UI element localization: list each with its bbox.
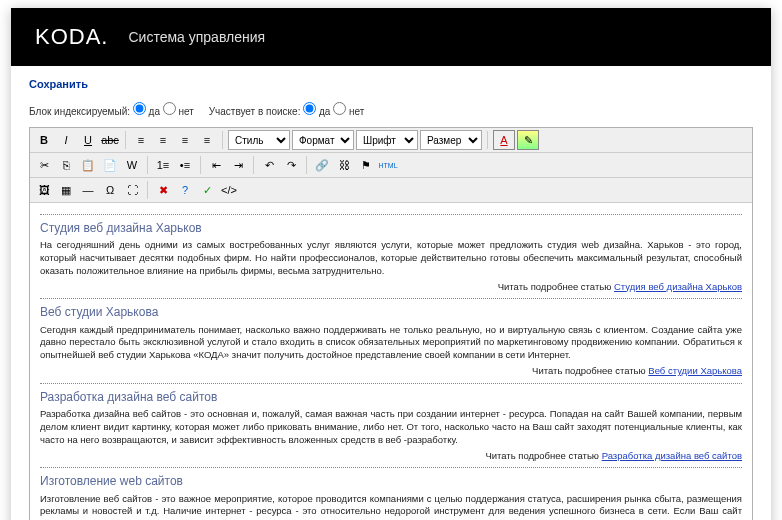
outdent-button[interactable]: ⇤ — [206, 155, 226, 175]
search-no-radio[interactable] — [333, 102, 346, 115]
check-button[interactable]: ✓ — [197, 180, 217, 200]
article: Веб студии Харькова Сегодня каждый предп… — [40, 304, 742, 377]
italic-button[interactable]: I — [56, 130, 76, 150]
article-title: Веб студии Харькова — [40, 304, 742, 320]
align-left-button[interactable]: ≡ — [131, 130, 151, 150]
align-justify-button[interactable]: ≡ — [197, 130, 217, 150]
article-text: Сегодня каждый предприниматель понимает,… — [40, 324, 742, 362]
search-yes-label: да — [319, 106, 330, 117]
hr-button[interactable]: — — [78, 180, 98, 200]
header-subtitle: Система управления — [128, 29, 265, 45]
article-text: Разработка дизайна веб сайтов - это осно… — [40, 408, 742, 446]
help-button[interactable]: ? — [175, 180, 195, 200]
read-more-link[interactable]: Разработка дизайна веб сайтов — [602, 450, 742, 461]
indexable-no-radio[interactable] — [163, 102, 176, 115]
editor-content[interactable]: Студия веб дизайна Харьков На сегодняшни… — [30, 203, 752, 520]
wysiwyg-editor: B I U abc ≡ ≡ ≡ ≡ Стиль Формат Шрифт Раз… — [29, 127, 753, 520]
toolbar-row-3: 🖼 ▦ — Ω ⛶ ✖ ? ✓ </> — [30, 178, 752, 203]
anchor-button[interactable]: ⚑ — [356, 155, 376, 175]
read-more-label: Читать подробнее статью — [485, 450, 599, 461]
special-char-button[interactable]: Ω — [100, 180, 120, 200]
redo-button[interactable]: ↷ — [281, 155, 301, 175]
indexable-label: Блок индексируемый: — [29, 106, 130, 117]
article: Изготовление web сайтов Изготовление веб… — [40, 473, 742, 520]
article-text: Изготовление веб сайтов - это важное мер… — [40, 493, 742, 521]
app-header: KODA. Система управления — [11, 8, 771, 66]
read-more-label: Читать подробнее статью — [532, 365, 646, 376]
strike-button[interactable]: abc — [100, 130, 120, 150]
size-select[interactable]: Размер — [420, 130, 482, 150]
align-right-button[interactable]: ≡ — [175, 130, 195, 150]
article: Студия веб дизайна Харьков На сегодняшни… — [40, 220, 742, 293]
article: Разработка дизайна веб сайтов Разработка… — [40, 389, 742, 462]
article-title: Студия веб дизайна Харьков — [40, 220, 742, 236]
save-button[interactable]: Сохранить — [29, 78, 88, 90]
format-select[interactable]: Формат — [292, 130, 354, 150]
indent-button[interactable]: ⇥ — [228, 155, 248, 175]
bold-button[interactable]: B — [34, 130, 54, 150]
paste-button[interactable]: 📋 — [78, 155, 98, 175]
indexable-yes-radio[interactable] — [133, 102, 146, 115]
article-title: Разработка дизайна веб сайтов — [40, 389, 742, 405]
font-select[interactable]: Шрифт — [356, 130, 418, 150]
logo: KODA. — [35, 24, 108, 50]
paste-text-button[interactable]: 📄 — [100, 155, 120, 175]
read-more-link[interactable]: Веб студии Харькова — [648, 365, 742, 376]
table-button[interactable]: ▦ — [56, 180, 76, 200]
indexable-yes-label: да — [149, 106, 160, 117]
read-more-label: Читать подробнее статью — [498, 281, 612, 292]
article-text: На сегодняшний день одними из самых вост… — [40, 239, 742, 277]
remove-format-button[interactable]: ✖ — [153, 180, 173, 200]
align-center-button[interactable]: ≡ — [153, 130, 173, 150]
search-label: Участвует в поиске: — [209, 106, 301, 117]
options-row: Блок индексируемый: да нет Участвует в п… — [29, 102, 753, 117]
toolbar-row-2: ✂ ⎘ 📋 📄 W 1≡ •≡ ⇤ ⇥ ↶ ↷ 🔗 ⛓ ⚑ HTML — [30, 153, 752, 178]
copy-button[interactable]: ⎘ — [56, 155, 76, 175]
ordered-list-button[interactable]: 1≡ — [153, 155, 173, 175]
toolbar-row-1: B I U abc ≡ ≡ ≡ ≡ Стиль Формат Шрифт Раз… — [30, 128, 752, 153]
unlink-button[interactable]: ⛓ — [334, 155, 354, 175]
style-select[interactable]: Стиль — [228, 130, 290, 150]
search-yes-radio[interactable] — [303, 102, 316, 115]
paste-word-button[interactable]: W — [122, 155, 142, 175]
search-no-label: нет — [349, 106, 364, 117]
cut-button[interactable]: ✂ — [34, 155, 54, 175]
indexable-no-label: нет — [179, 106, 194, 117]
fullscreen-button[interactable]: ⛶ — [122, 180, 142, 200]
unordered-list-button[interactable]: •≡ — [175, 155, 195, 175]
source-button[interactable]: </> — [219, 180, 239, 200]
link-button[interactable]: 🔗 — [312, 155, 332, 175]
html-button[interactable]: HTML — [378, 155, 398, 175]
read-more-link[interactable]: Студия веб дизайна Харьков — [614, 281, 742, 292]
undo-button[interactable]: ↶ — [259, 155, 279, 175]
text-color-button[interactable]: A — [493, 130, 515, 150]
bg-color-button[interactable]: ✎ — [517, 130, 539, 150]
underline-button[interactable]: U — [78, 130, 98, 150]
article-title: Изготовление web сайтов — [40, 473, 742, 489]
image-button[interactable]: 🖼 — [34, 180, 54, 200]
